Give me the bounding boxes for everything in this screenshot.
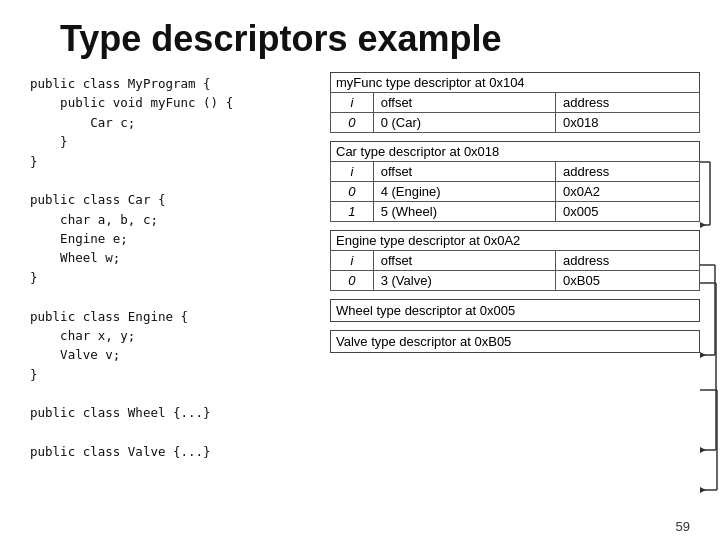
car-header-offset: offset	[373, 162, 555, 182]
car-header-i: i	[331, 162, 374, 182]
engine-caption: Engine type descriptor at 0x0A2	[330, 230, 700, 250]
car-row1-address: 0x005	[556, 202, 700, 222]
engine-table: i offset address 0 3 (Valve) 0xB05	[330, 250, 700, 291]
wheel-caption: Wheel type descriptor at 0x005	[330, 299, 700, 322]
code-engine: public class Engine { char x, y; Valve v…	[30, 307, 310, 385]
table-row: i offset address	[331, 93, 700, 113]
myfunc-table-wrapper: myFunc type descriptor at 0x104 i offset…	[330, 72, 700, 133]
car-row0-offset: 4 (Engine)	[373, 182, 555, 202]
car-row0-i: 0	[331, 182, 374, 202]
engine-row0-address: 0xB05	[556, 271, 700, 291]
engine-header-address: address	[556, 251, 700, 271]
engine-table-wrapper: Engine type descriptor at 0x0A2 i offset…	[330, 230, 700, 291]
table-row: 0 4 (Engine) 0x0A2	[331, 182, 700, 202]
page-number: 59	[676, 519, 690, 534]
myfunc-header-offset: offset	[373, 93, 555, 113]
table-row: 1 5 (Wheel) 0x005	[331, 202, 700, 222]
car-header-address: address	[556, 162, 700, 182]
descriptors-panel: myFunc type descriptor at 0x104 i offset…	[330, 70, 700, 462]
code-wheel: public class Wheel {...}	[30, 403, 310, 422]
page-title: Type descriptors example	[0, 0, 720, 70]
table-row: 0 3 (Valve) 0xB05	[331, 271, 700, 291]
table-row: i offset address	[331, 251, 700, 271]
car-caption: Car type descriptor at 0x018	[330, 141, 700, 161]
code-panel: public class MyProgram { public void myF…	[30, 70, 310, 462]
myfunc-header-address: address	[556, 93, 700, 113]
myfunc-row0-address: 0x018	[556, 113, 700, 133]
car-row1-i: 1	[331, 202, 374, 222]
myfunc-row0-offset: 0 (Car)	[373, 113, 555, 133]
myfunc-header-i: i	[331, 93, 374, 113]
car-row0-address: 0x0A2	[556, 182, 700, 202]
code-myprogram: public class MyProgram { public void myF…	[30, 74, 310, 171]
engine-header-offset: offset	[373, 251, 555, 271]
code-valve: public class Valve {...}	[30, 442, 310, 461]
svg-marker-15	[700, 487, 706, 493]
car-table-wrapper: Car type descriptor at 0x018 i offset ad…	[330, 141, 700, 222]
car-row1-offset: 5 (Wheel)	[373, 202, 555, 222]
engine-row0-offset: 3 (Valve)	[373, 271, 555, 291]
myfunc-row0-i: 0	[331, 113, 374, 133]
code-car: public class Car { char a, b, c; Engine …	[30, 190, 310, 287]
myfunc-table: i offset address 0 0 (Car) 0x018	[330, 92, 700, 133]
valve-caption: Valve type descriptor at 0xB05	[330, 330, 700, 353]
myfunc-caption: myFunc type descriptor at 0x104	[330, 72, 700, 92]
car-table: i offset address 0 4 (Engine) 0x0A2 1 5 …	[330, 161, 700, 222]
engine-header-i: i	[331, 251, 374, 271]
engine-row0-i: 0	[331, 271, 374, 291]
table-row: i offset address	[331, 162, 700, 182]
table-row: 0 0 (Car) 0x018	[331, 113, 700, 133]
